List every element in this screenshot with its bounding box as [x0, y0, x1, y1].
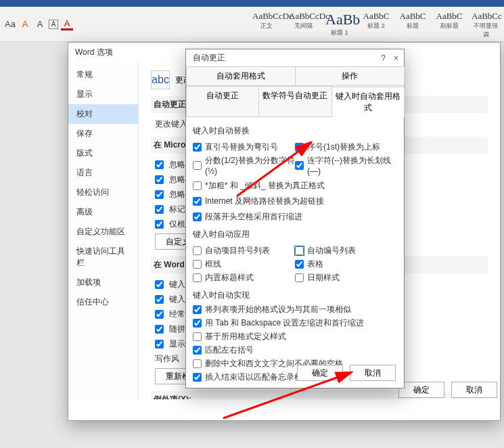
- autoformat-label: 框线: [205, 259, 221, 270]
- autoformat-option: 框线: [193, 259, 295, 270]
- ribbon: Aa A A A A AaBbCcDc正文AaBbCcDc无间隔AaBb标题 1…: [0, 7, 504, 42]
- options-cancel-button[interactable]: 取消: [451, 382, 497, 398]
- autocorrect-cancel-button[interactable]: 取消: [350, 365, 396, 381]
- autoformat-checkbox[interactable]: [193, 181, 202, 190]
- option-checkbox[interactable]: [155, 175, 164, 184]
- autoformat-checkbox[interactable]: [193, 273, 202, 282]
- tab-键入时自动套用格式[interactable]: 键入时自动套用格式: [331, 87, 405, 117]
- style-box[interactable]: AaBb标题 1: [322, 9, 357, 40]
- option-label: 随拼: [169, 323, 185, 335]
- autoformat-option: *加粗* 和 _倾斜_ 替换为真正格式: [193, 180, 397, 192]
- sidebar-item-7[interactable]: 高级: [68, 202, 138, 222]
- style-sample: AaBbC: [398, 11, 427, 22]
- autoformat-checkbox[interactable]: [295, 260, 304, 269]
- autoformat-checkbox[interactable]: [193, 212, 202, 221]
- sidebar-item-10[interactable]: 加载项: [68, 273, 138, 292]
- autoformat-checkbox[interactable]: [193, 260, 202, 269]
- autoformat-label: Internet 及网络路径替换为超链接: [205, 196, 324, 207]
- options-ok-button[interactable]: 确定: [398, 382, 444, 398]
- autocorrect-dialog: 自动更正 ? × 自动套用格式操作 自动更正数学符号自动更正键入时自动套用格式 …: [185, 49, 405, 388]
- autoformat-option: 用 Tab 和 Backspace 设置左缩进和首行缩进: [193, 317, 397, 329]
- sidebar-item-11[interactable]: 信任中心: [68, 292, 138, 312]
- autoformat-option: Internet 及网络路径替换为超链接: [193, 196, 397, 207]
- style-box[interactable]: AaBbCcDc正文: [249, 9, 284, 40]
- autoformat-option: 将列表项开始的格式设为与其前一项相似: [193, 304, 397, 315]
- sidebar-item-3[interactable]: 保存: [68, 124, 138, 143]
- autoformat-checkbox[interactable]: [193, 197, 202, 206]
- autocorrect-ok-button[interactable]: 确定: [297, 365, 343, 381]
- style-label: 不明显强调: [472, 22, 500, 39]
- tab-数学符号自动更正[interactable]: 数学符号自动更正: [258, 86, 331, 116]
- sidebar-item-2[interactable]: 校对: [68, 104, 138, 124]
- autoformat-option: 匹配左右括号: [193, 344, 397, 356]
- close-icon[interactable]: ×: [394, 53, 398, 63]
- autoformat-checkbox[interactable]: [295, 143, 304, 152]
- autoformat-checkbox[interactable]: [193, 346, 202, 355]
- option-checkbox[interactable]: [155, 190, 164, 199]
- style-box[interactable]: AaBbC标题: [395, 9, 430, 40]
- autoformat-label: 基于所用格式定义样式: [205, 331, 286, 342]
- option-checkbox[interactable]: [155, 295, 164, 304]
- option-checkbox[interactable]: [155, 310, 164, 319]
- autoformat-checkbox[interactable]: [295, 246, 304, 255]
- text-effects-icon[interactable]: A: [34, 18, 46, 30]
- autoformat-checkbox[interactable]: [193, 359, 202, 368]
- char-border-icon[interactable]: A: [49, 20, 58, 29]
- autoformat-checkbox[interactable]: [295, 273, 304, 282]
- autoformat-option: 连字符(--)替换为长划线(—): [295, 155, 397, 176]
- autoformat-label: 序号(1st)替换为上标: [307, 141, 380, 153]
- style-box[interactable]: AaBbC副标题: [432, 9, 467, 40]
- option-label: 经常: [169, 309, 185, 320]
- autoformat-label: 插入结束语以匹配备忘录样式: [205, 372, 311, 383]
- style-sample: AaBb: [325, 11, 354, 28]
- autoformat-option: 序号(1st)替换为上标: [295, 141, 397, 153]
- style-gallery[interactable]: AaBbCcDc正文AaBbCcDc无间隔AaBb标题 1AaBbC标题 2Aa…: [249, 9, 503, 40]
- sidebar-item-4[interactable]: 版式: [68, 143, 138, 163]
- font-case-icon[interactable]: Aa: [4, 18, 16, 30]
- autoformat-checkbox[interactable]: [193, 332, 202, 341]
- autoformat-checkbox[interactable]: [295, 161, 304, 170]
- tab-自动套用格式[interactable]: 自动套用格式: [186, 66, 296, 85]
- autoformat-label: 用 Tab 和 Backspace 设置左缩进和首行缩进: [205, 317, 364, 329]
- section-apply-title: 键入时自动应用: [193, 229, 397, 240]
- option-checkbox[interactable]: [155, 340, 164, 349]
- sidebar-item-5[interactable]: 语言: [68, 163, 138, 183]
- style-box[interactable]: AaBbC标题 2: [359, 9, 394, 40]
- autoformat-label: 分数(1/2)替换为分数字符(½): [205, 155, 295, 176]
- highlight-icon[interactable]: A: [19, 18, 31, 30]
- autoformat-label: *加粗* 和 _倾斜_ 替换为真正格式: [205, 180, 325, 192]
- style-sample: AaBbCcDc: [289, 11, 317, 22]
- sidebar-item-9[interactable]: 快速访问工具栏: [68, 242, 138, 273]
- autoformat-checkbox[interactable]: [193, 319, 202, 328]
- option-checkbox[interactable]: [155, 220, 164, 229]
- sidebar-item-1[interactable]: 显示: [68, 85, 138, 104]
- option-checkbox[interactable]: [155, 280, 164, 289]
- sidebar-item-0[interactable]: 常规: [68, 65, 138, 85]
- tab-自动更正[interactable]: 自动更正: [186, 86, 259, 116]
- option-checkbox[interactable]: [155, 325, 164, 334]
- font-color-icon[interactable]: A: [61, 18, 73, 30]
- sidebar-item-8[interactable]: 自定义功能区: [68, 222, 138, 242]
- style-box[interactable]: AaBbCc不明显强调: [468, 9, 503, 40]
- autoformat-checkbox[interactable]: [193, 373, 202, 382]
- autoformat-checkbox[interactable]: [193, 246, 202, 255]
- proofing-icon: abc: [151, 70, 170, 89]
- style-sample: AaBbCc: [472, 11, 500, 22]
- dialog-help-icon[interactable]: ?: [381, 53, 386, 63]
- autoformat-checkbox[interactable]: [193, 161, 202, 170]
- tab-操作[interactable]: 操作: [295, 66, 405, 85]
- autoformat-checkbox[interactable]: [193, 143, 202, 152]
- style-box[interactable]: AaBbCcDc无间隔: [285, 9, 321, 40]
- option-checkbox[interactable]: [155, 160, 164, 169]
- autoformat-checkbox[interactable]: [193, 305, 202, 314]
- autoformat-label: 内置标题样式: [205, 272, 254, 284]
- sidebar-item-6[interactable]: 轻松访问: [68, 183, 138, 202]
- style-label: 标题: [398, 22, 427, 30]
- autoformat-option: 表格: [295, 259, 397, 270]
- autoformat-option: 内置标题样式: [193, 272, 295, 284]
- style-label: 无间隔: [289, 22, 317, 30]
- style-sample: AaBbC: [435, 11, 463, 22]
- option-checkbox[interactable]: [155, 205, 164, 214]
- autoformat-label: 日期样式: [307, 272, 340, 284]
- autoformat-option: 基于所用格式定义样式: [193, 331, 397, 342]
